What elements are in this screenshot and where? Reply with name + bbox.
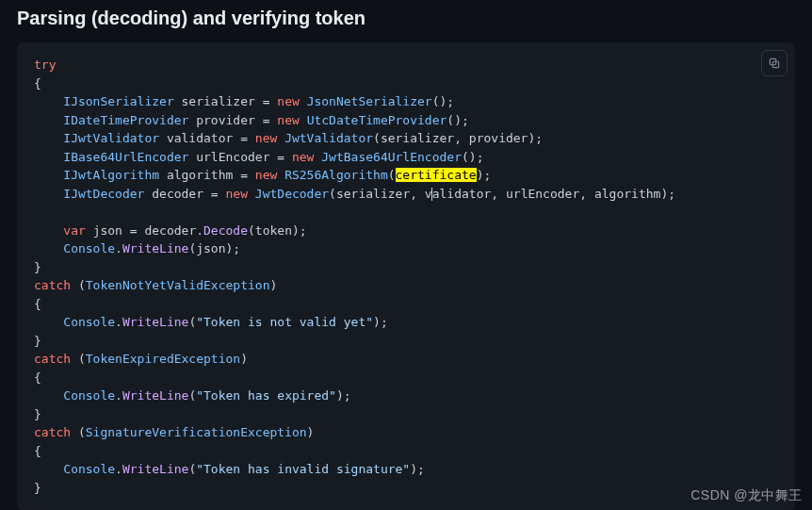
highlighted-param: certificate — [396, 168, 477, 182]
code-block: try { IJsonSerializer serializer = new J… — [17, 42, 795, 510]
code-content: try { IJsonSerializer serializer = new J… — [34, 56, 778, 497]
section-heading: Parsing (decoding) and verifying token — [0, 0, 812, 42]
text-cursor — [431, 188, 432, 201]
copy-button[interactable] — [761, 50, 788, 76]
copy-icon — [768, 57, 781, 70]
